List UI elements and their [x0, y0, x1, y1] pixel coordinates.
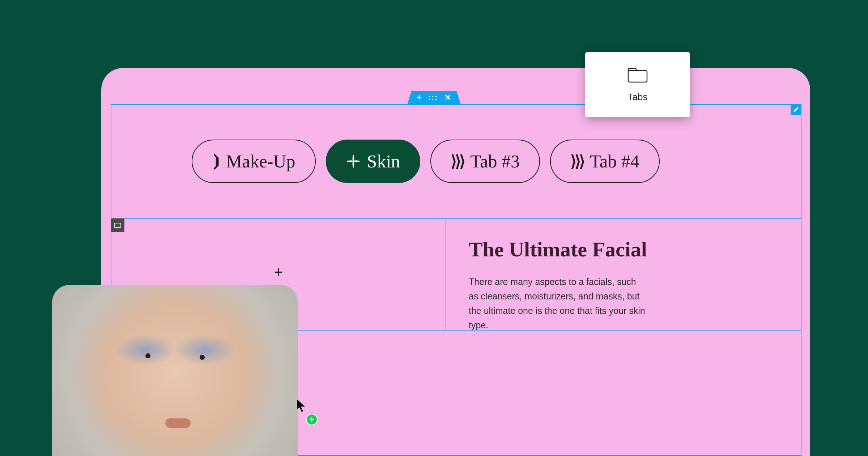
tab-skin[interactable]: Skin	[326, 140, 421, 183]
edit-widget-button[interactable]	[791, 104, 801, 115]
tab-makeup[interactable]: ⦘ Make-Up	[192, 140, 316, 183]
tab-label: Tab #3	[470, 151, 520, 172]
widget-card-tabs[interactable]: Tabs	[585, 52, 690, 117]
svg-rect-0	[628, 71, 647, 82]
add-widget-button[interactable]: +	[274, 264, 283, 281]
folder-tab-icon	[627, 67, 648, 83]
arc-icon: ⦘	[212, 152, 220, 171]
tab-label: Skin	[367, 151, 400, 172]
tab-label: Tab #4	[590, 151, 639, 172]
content-heading[interactable]: The Ultimate Facial	[469, 237, 778, 261]
cursor-icon	[296, 398, 307, 414]
pencil-icon	[793, 107, 799, 112]
text-column[interactable]: The Ultimate Facial There are many aspec…	[446, 218, 801, 331]
dragged-image[interactable]	[52, 285, 298, 456]
close-icon[interactable]: ✕	[444, 94, 451, 102]
waves-icon: ⟩⟩⟩	[451, 152, 464, 171]
cursor-add-badge: +	[306, 414, 318, 425]
tab-3[interactable]: ⟩⟩⟩ Tab #3	[430, 140, 540, 183]
tab-label: Make-Up	[226, 151, 295, 172]
widget-card-label: Tabs	[628, 91, 648, 103]
container-type-badge[interactable]	[111, 218, 124, 232]
drag-cursor: +	[296, 398, 307, 415]
waves-icon: ⟩⟩⟩	[570, 152, 583, 171]
sparkle-icon	[346, 154, 361, 169]
content-body[interactable]: There are many aspects to a facials, suc…	[469, 274, 646, 332]
tabs-row: ⦘ Make-Up Skin ⟩⟩⟩ Tab #3 ⟩⟩⟩ Tab #4	[192, 140, 660, 183]
add-section-icon[interactable]: +	[417, 94, 422, 102]
tab-4[interactable]: ⟩⟩⟩ Tab #4	[550, 140, 660, 183]
container-icon	[114, 223, 121, 228]
section-selection-handle[interactable]: + ::: ✕	[407, 91, 461, 105]
drag-handle-icon[interactable]: :::	[428, 94, 438, 102]
